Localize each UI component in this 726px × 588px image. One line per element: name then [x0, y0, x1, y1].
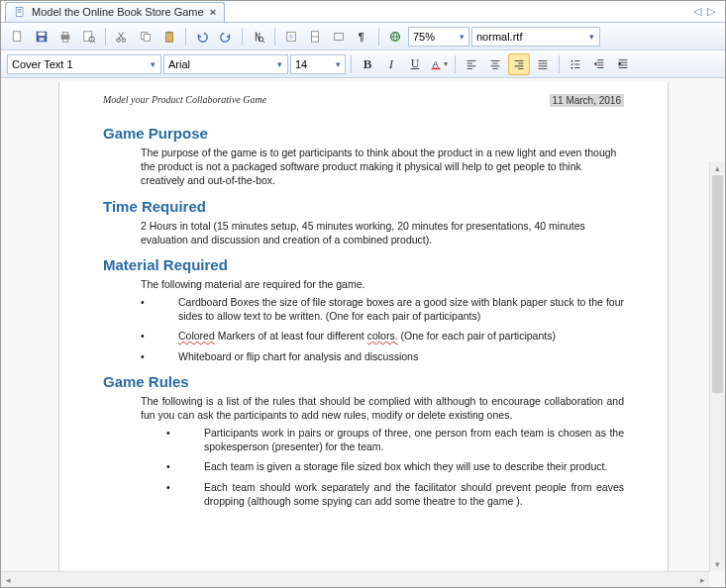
- copy-button[interactable]: [135, 26, 156, 48]
- svg-point-55: [571, 66, 573, 68]
- body-text: 2 Hours in total (15 minutes setup, 45 m…: [141, 219, 624, 246]
- chevron-down-icon[interactable]: ▾: [333, 59, 343, 69]
- insert-page-button[interactable]: [304, 26, 326, 48]
- document-page[interactable]: Model your Product Collaborative Game 11…: [58, 82, 669, 587]
- fontsize-combo[interactable]: ▾: [290, 54, 346, 74]
- svg-rect-2: [18, 11, 22, 12]
- hyperlink-button[interactable]: [384, 26, 406, 48]
- align-left-button[interactable]: [461, 53, 482, 75]
- outdent-button[interactable]: [588, 53, 610, 75]
- heading-time-required: Time Required: [103, 198, 624, 215]
- svg-rect-8: [61, 35, 70, 39]
- scroll-left-arrow[interactable]: ◂: [1, 572, 15, 587]
- heading-material-required: Material Required: [103, 256, 624, 273]
- chevron-down-icon[interactable]: ▾: [148, 59, 158, 69]
- tab-title: Model the Online Book Store Game: [32, 6, 204, 18]
- scroll-right-arrow[interactable]: ▸: [695, 572, 709, 587]
- document-icon: [14, 6, 26, 18]
- body-text: The purpose of the game is to get partic…: [141, 146, 624, 188]
- scroll-down-arrow[interactable]: ▾: [710, 557, 725, 571]
- list-item: Colored Markers of at least four differe…: [141, 329, 624, 343]
- template-input[interactable]: [476, 31, 586, 43]
- tab-next-button[interactable]: ▷: [707, 5, 715, 18]
- tab-nav: ◁ ▷: [693, 5, 721, 18]
- svg-rect-1: [18, 9, 22, 10]
- chevron-down-icon[interactable]: ▾: [274, 59, 285, 69]
- spellcheck-word: Colored: [178, 330, 215, 342]
- chevron-down-icon[interactable]: ▾: [586, 32, 597, 42]
- zoom-combo[interactable]: ▾: [408, 27, 469, 47]
- svg-rect-34: [432, 67, 441, 69]
- heading-game-purpose: Game Purpose: [103, 125, 624, 142]
- spellcheck-word: colors.: [367, 330, 398, 342]
- bullet-list: Cardboard Boxes the size of file storage…: [141, 295, 624, 363]
- page-header: Model your Product Collaborative Game 11…: [103, 94, 624, 107]
- new-button[interactable]: [7, 26, 29, 48]
- toolbar-main: ¶ ▾ ▾: [1, 23, 725, 50]
- align-justify-button[interactable]: [532, 53, 554, 75]
- toolbar-format: ▾ ▾ ▾ B I U A▾: [1, 50, 725, 78]
- font-input[interactable]: [168, 58, 274, 70]
- paragraph-marks-button[interactable]: ¶: [352, 26, 373, 48]
- document-area: Model your Product Collaborative Game 11…: [1, 78, 725, 587]
- bullet-list-button[interactable]: [565, 53, 586, 75]
- undo-button[interactable]: [191, 26, 213, 48]
- svg-rect-4: [14, 31, 21, 41]
- text-color-button[interactable]: A▾: [428, 53, 450, 75]
- svg-text:A: A: [433, 58, 439, 68]
- zoom-input[interactable]: [413, 31, 457, 43]
- page-header-title: Model your Product Collaborative Game: [103, 94, 266, 107]
- print-button[interactable]: [54, 26, 76, 48]
- print-preview-button[interactable]: [78, 26, 100, 48]
- svg-rect-28: [335, 33, 344, 40]
- chevron-down-icon[interactable]: ▾: [457, 32, 467, 42]
- svg-rect-20: [166, 32, 173, 42]
- paste-button[interactable]: [158, 26, 180, 48]
- list-item: Each team should work separately and the…: [166, 480, 624, 508]
- style-input[interactable]: [12, 58, 148, 70]
- page-header-date: 11 March, 2016: [550, 94, 625, 107]
- svg-rect-9: [62, 32, 67, 35]
- svg-rect-10: [62, 39, 67, 42]
- tab-close-button[interactable]: ×: [210, 6, 216, 18]
- fontsize-input[interactable]: [295, 58, 333, 70]
- scroll-up-arrow[interactable]: ▴: [710, 161, 725, 175]
- bullet-list: Participants work in pairs or groups of …: [166, 426, 624, 508]
- svg-rect-21: [167, 31, 171, 33]
- svg-point-53: [571, 63, 573, 65]
- save-button[interactable]: [31, 26, 52, 48]
- tab-prev-button[interactable]: ◁: [693, 5, 701, 18]
- underline-button[interactable]: U: [404, 53, 426, 75]
- horizontal-scrollbar[interactable]: ◂ ▸: [1, 571, 709, 587]
- cut-button[interactable]: [111, 26, 133, 48]
- list-item: Cardboard Boxes the size of file storage…: [141, 295, 624, 323]
- style-combo[interactable]: ▾: [7, 54, 161, 74]
- body-text: The following material are required for …: [141, 277, 624, 291]
- template-combo[interactable]: ▾: [471, 27, 600, 47]
- svg-rect-3: [18, 12, 22, 13]
- bold-button[interactable]: B: [357, 53, 378, 75]
- italic-button[interactable]: I: [380, 53, 402, 75]
- svg-rect-19: [144, 34, 150, 41]
- svg-rect-6: [39, 32, 46, 36]
- svg-point-51: [571, 59, 573, 61]
- align-center-button[interactable]: [484, 53, 506, 75]
- list-item: Whiteboard or flip chart for analysis an…: [141, 349, 624, 363]
- document-tab[interactable]: Model the Online Book Store Game ×: [5, 2, 225, 22]
- align-right-button[interactable]: [508, 53, 530, 75]
- svg-line-13: [93, 41, 95, 43]
- heading-game-rules: Game Rules: [103, 373, 624, 390]
- body-text: The following is a list of the rules tha…: [141, 394, 624, 422]
- svg-text:¶: ¶: [359, 30, 364, 42]
- indent-button[interactable]: [612, 53, 634, 75]
- insert-frame-button[interactable]: [328, 26, 350, 48]
- list-item: Each team is given a storage file sized …: [166, 459, 624, 473]
- scroll-thumb[interactable]: [712, 175, 723, 393]
- insert-object-button[interactable]: [280, 26, 302, 48]
- redo-button[interactable]: [215, 26, 237, 48]
- font-combo[interactable]: ▾: [163, 54, 288, 74]
- vertical-scrollbar[interactable]: ▴ ▾: [709, 161, 725, 571]
- svg-rect-11: [84, 31, 92, 41]
- svg-line-23: [262, 41, 264, 43]
- find-button[interactable]: [248, 26, 269, 48]
